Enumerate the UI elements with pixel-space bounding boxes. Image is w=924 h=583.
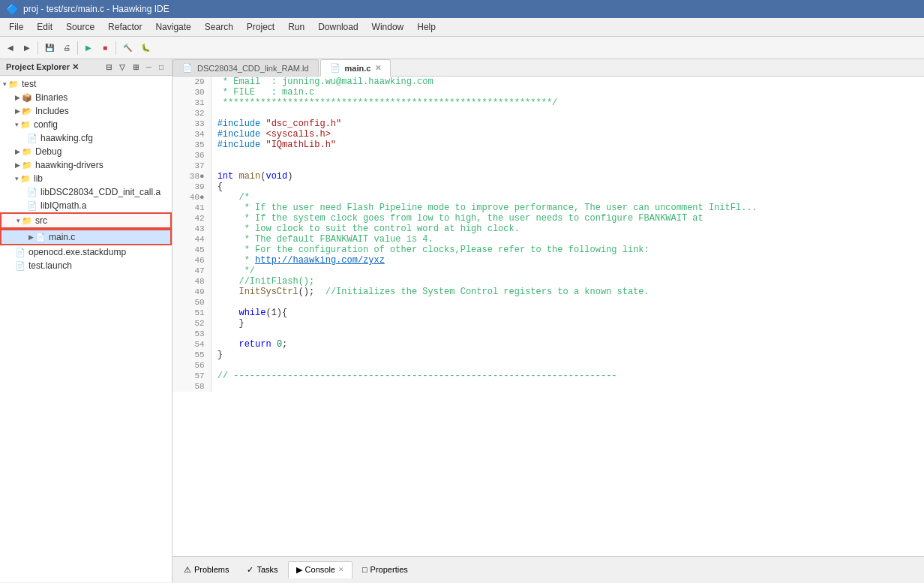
bottom-tabs: ⚠ Problems ✓ Tasks ▶ Console ✕ □ Propert…: [172, 561, 419, 578]
bottom-tab-problems[interactable]: ⚠ Problems: [176, 561, 237, 578]
title-icon: 🔷: [6, 3, 19, 15]
tab-close-mainc[interactable]: ✕: [375, 64, 381, 72]
file-icon-libiqmath: 📄: [27, 201, 38, 211]
tree-label-binaries: Binaries: [35, 92, 68, 103]
folder-icon-binaries: 📦: [22, 93, 32, 103]
menu-item-source[interactable]: Source: [60, 20, 100, 35]
tree-item-includes[interactable]: ▶ 📂 Includes: [0, 104, 172, 118]
line-num-35: 35: [172, 140, 212, 150]
bottom-tab-label-properties: Properties: [370, 565, 408, 574]
code-line-50: 50: [172, 297, 924, 308]
line-content-47: */: [212, 266, 924, 276]
folder-icon-includes: 📂: [22, 107, 32, 116]
code-line-36: 36: [172, 150, 924, 161]
toolbar-btn-build[interactable]: 🔨: [119, 40, 136, 56]
bottom-panel: ⚠ Problems ✓ Tasks ▶ Console ✕ □ Propert…: [172, 556, 924, 582]
explorer-menu-btn[interactable]: ⊞: [130, 62, 141, 72]
menu-item-help[interactable]: Help: [411, 20, 442, 35]
menu-item-refactor[interactable]: Refactor: [102, 20, 148, 35]
line-num-50: 50: [172, 297, 212, 308]
line-content-49: InitSysCtrl(); //Initializes the System …: [212, 287, 924, 297]
tree-label-testlaunch: test.launch: [28, 260, 72, 271]
tab-mainc[interactable]: 📄 main.c ✕: [320, 59, 392, 77]
menu-item-download[interactable]: Download: [312, 20, 364, 35]
line-content-43: * low clock to suit the control word at …: [212, 224, 924, 234]
code-editor[interactable]: 29 * Email : junning.wu@mail.haawking.co…: [172, 77, 924, 556]
code-line-31: 31 *************************************…: [172, 98, 924, 108]
tree-arrow-mainc: ▶: [28, 233, 34, 241]
menu-item-file[interactable]: File: [3, 20, 29, 35]
explorer-filter-btn[interactable]: ▽: [117, 62, 128, 72]
tree-item-libiqmath[interactable]: 📄 libIQmath.a: [0, 199, 172, 212]
menu-item-run[interactable]: Run: [282, 20, 310, 35]
tree-item-src[interactable]: ▾ 📁 src: [0, 212, 172, 229]
line-content-51: while(1){: [212, 308, 924, 318]
line-num-54: 54: [172, 339, 212, 350]
tree-item-test[interactable]: ▾ 📁 test: [0, 77, 172, 91]
line-content-36: [212, 150, 924, 161]
line-content-56: [212, 360, 924, 371]
bottom-tab-tasks[interactable]: ✓ Tasks: [238, 561, 286, 578]
code-line-40: 40● /*: [172, 192, 924, 203]
tree-item-binaries[interactable]: ▶ 📦 Binaries: [0, 91, 172, 104]
tree-item-config[interactable]: ▾ 📁 config: [0, 118, 172, 131]
line-num-49: 49: [172, 287, 212, 297]
line-content-42: * If the system clock goes from low to h…: [212, 213, 924, 224]
menu-item-project[interactable]: Project: [241, 20, 280, 35]
tree-item-lib[interactable]: ▾ 📁 lib: [0, 172, 172, 185]
toolbar-btn-debug[interactable]: 🐛: [137, 40, 154, 56]
menu-item-window[interactable]: Window: [366, 20, 410, 35]
toolbar-btn-forward[interactable]: ▶: [20, 40, 34, 56]
tree-label-debug: Debug: [35, 146, 62, 157]
bottom-tab-label-console: Console: [305, 565, 335, 574]
left-panel: Project Explorer ✕ ⊟ ▽ ⊞ ─ □ ▾ 📁 test ▶ …: [0, 59, 172, 582]
tree-arrow-src: ▾: [16, 217, 20, 224]
tree-item-openocd[interactable]: 📄 openocd.exe.stackdump: [0, 245, 172, 259]
explorer-collapse-btn[interactable]: ⊟: [104, 62, 114, 72]
tree-label-config: config: [34, 119, 58, 130]
tree-item-testlaunch[interactable]: 📄 test.launch: [0, 259, 172, 272]
line-content-44: * The default FBANKWAIT value is 4.: [212, 234, 924, 245]
line-content-31: ****************************************…: [212, 98, 924, 108]
folder-icon-debug: 📁: [22, 147, 32, 157]
code-line-38: 38● int main(void): [172, 171, 924, 182]
line-content-34: #include <syscalls.h>: [212, 129, 924, 140]
line-num-29: 29: [172, 77, 212, 87]
line-num-42: 42: [172, 213, 212, 224]
explorer-minimize-btn[interactable]: ─: [144, 62, 154, 72]
menu-item-navigate[interactable]: Navigate: [149, 20, 196, 35]
line-content-29: * Email : junning.wu@mail.haawking.com: [212, 77, 924, 87]
main-layout: Project Explorer ✕ ⊟ ▽ ⊞ ─ □ ▾ 📁 test ▶ …: [0, 59, 924, 582]
tree-item-debug[interactable]: ▶ 📁 Debug: [0, 145, 172, 158]
explorer-maximize-btn[interactable]: □: [157, 62, 166, 72]
toolbar-btn-run[interactable]: ▶: [81, 40, 96, 56]
console-close-icon[interactable]: ✕: [338, 566, 344, 573]
line-num-44: 44: [172, 234, 212, 245]
code-line-51: 51 while(1){: [172, 308, 924, 318]
code-line-48: 48 //InitFlash();: [172, 276, 924, 287]
toolbar-btn-back[interactable]: ◀: [3, 40, 18, 56]
line-content-48: //InitFlash();: [212, 276, 924, 287]
tree-item-haawking-drivers[interactable]: ▶ 📁 haawking-drivers: [0, 158, 172, 172]
tree-item-mainc[interactable]: ▶ 📄 main.c: [0, 229, 172, 245]
line-num-32: 32: [172, 108, 212, 119]
bottom-tab-label-problems: Problems: [194, 565, 229, 574]
menu-item-search[interactable]: Search: [199, 20, 239, 35]
tree-item-haawking-cfg[interactable]: 📄 haawking.cfg: [0, 131, 172, 145]
line-num-43: 43: [172, 224, 212, 234]
toolbar-btn-stop[interactable]: ■: [98, 40, 112, 56]
tree-label-mainc: main.c: [49, 232, 75, 242]
line-num-31: 31: [172, 98, 212, 108]
bottom-tab-console[interactable]: ▶ Console ✕: [288, 561, 352, 578]
tree-item-libdsc[interactable]: 📄 libDSC28034_CDD_init_call.a: [0, 185, 172, 199]
tab-dsc-link[interactable]: 📄 DSC28034_CDD_link_RAM.ld: [172, 59, 319, 76]
bottom-tab-properties[interactable]: □ Properties: [354, 561, 416, 578]
line-content-50: [212, 297, 924, 308]
menu-item-edit[interactable]: Edit: [31, 20, 58, 35]
line-num-37: 37: [172, 161, 212, 171]
line-content-38: int main(void): [212, 171, 924, 182]
tab-icon-mainc: 📄: [330, 63, 340, 73]
line-num-40: 40●: [172, 192, 212, 203]
toolbar-btn-save[interactable]: 💾: [41, 40, 58, 56]
toolbar-btn-print[interactable]: 🖨: [59, 40, 74, 56]
